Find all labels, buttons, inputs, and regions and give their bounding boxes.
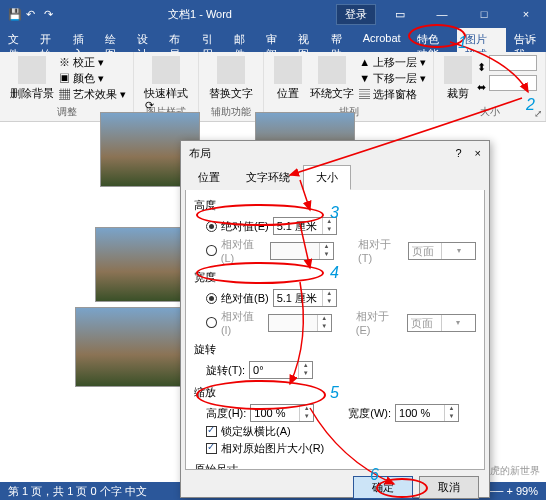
tab-design[interactable]: 设计 [129, 28, 161, 52]
status-left: 第 1 页，共 1 页 0 个字 中文 [8, 484, 147, 499]
ribbon-tabs: 文件 开始 插入 绘图 设计 布局 引用 邮件 审阅 视图 帮助 Acrobat… [0, 28, 546, 52]
dialog-tab-size[interactable]: 大小 [303, 165, 351, 190]
width-relative-input[interactable]: ▲▼ [268, 314, 332, 332]
tell-me[interactable]: 告诉我 [506, 28, 546, 52]
dialog-tab-position[interactable]: 位置 [185, 165, 233, 190]
tab-draw[interactable]: 绘图 [97, 28, 129, 52]
width-absolute-input[interactable]: ▲▼ [273, 289, 337, 307]
dialog-help-button[interactable]: ? [455, 147, 461, 159]
dialog-titlebar: 布局 ? × [181, 141, 489, 165]
redo-icon[interactable]: ↷ [44, 8, 56, 20]
close-button[interactable]: × [506, 0, 546, 28]
relative-original-checkbox[interactable] [206, 443, 217, 454]
height-absolute-radio[interactable] [206, 221, 217, 232]
scale-section-label: 缩放 [194, 385, 476, 400]
ribbon-opts-icon[interactable]: ▭ [380, 0, 420, 28]
zoom-level[interactable]: 99% [516, 485, 538, 497]
dialog-title: 布局 [189, 146, 211, 161]
quick-styles-button[interactable]: 快速样式 [140, 54, 192, 103]
artistic-fx-button[interactable]: ▦ 艺术效果 ▾ [59, 87, 126, 102]
crop-button[interactable]: 裁剪 [440, 54, 476, 103]
maximize-button[interactable]: □ [464, 0, 504, 28]
dialog-tabs: 位置 文字环绕 大小 [181, 165, 489, 190]
width-field[interactable]: ⬌ [477, 75, 537, 94]
scale-width-input[interactable]: ▲▼ [395, 404, 459, 422]
send-backward-button[interactable]: ▼ 下移一层 ▾ [359, 71, 426, 86]
width-section-label: 宽度 [194, 270, 476, 285]
dialog-close-button[interactable]: × [475, 147, 481, 159]
height-relative-radio[interactable] [206, 245, 217, 256]
position-button[interactable]: 位置 [270, 54, 306, 103]
lock-aspect-checkbox[interactable] [206, 426, 217, 437]
tab-help[interactable]: 帮助 [323, 28, 355, 52]
size-dialog-launcher[interactable]: ⤢ [534, 108, 542, 119]
color-button[interactable]: ▣ 颜色 ▾ [59, 71, 126, 86]
tab-special[interactable]: 特色功能 [409, 28, 458, 52]
height-absolute-input[interactable]: ▲▼ [273, 217, 337, 235]
save-icon[interactable]: 💾 [8, 8, 20, 20]
scale-height-input[interactable]: ▲▼ [250, 404, 314, 422]
height-relative-input[interactable]: ▲▼ [270, 242, 334, 260]
tab-mail[interactable]: 邮件 [226, 28, 258, 52]
tab-references[interactable]: 引用 [194, 28, 226, 52]
cancel-button[interactable]: 取消 [419, 476, 479, 499]
rotate-handle-icon[interactable]: ⟳ [145, 99, 155, 109]
original-size-label: 原始尺寸 [194, 462, 476, 470]
tab-review[interactable]: 审阅 [258, 28, 290, 52]
width-relative-to-select[interactable]: 页面▾ [407, 314, 476, 332]
group-adjust: 删除背景 ※ 校正 ▾ ▣ 颜色 ▾ ▦ 艺术效果 ▾ 调整 [0, 52, 134, 121]
layout-dialog: 布局 ? × 位置 文字环绕 大小 高度 绝对值(E) ▲▼ 相对值(L) ▲▼… [180, 140, 490, 498]
tab-acrobat[interactable]: Acrobat [355, 28, 409, 52]
height-field[interactable]: ⬍ [477, 55, 537, 74]
titlebar: 💾 ↶ ↷ 文档1 - Word 登录 ▭ — □ × [0, 0, 546, 28]
group-arrange: 位置 环绕文字 ▲ 上移一层 ▾ ▼ 下移一层 ▾ ▤ 选择窗格 排列 [264, 52, 434, 121]
rotate-input[interactable]: ▲▼ [249, 361, 313, 379]
rotate-section-label: 旋转 [194, 342, 476, 357]
dialog-tab-wrap[interactable]: 文字环绕 [233, 165, 303, 190]
image-4[interactable] [75, 307, 190, 387]
width-relative-radio[interactable] [206, 317, 217, 328]
login-button[interactable]: 登录 [336, 4, 376, 25]
tab-insert[interactable]: 插入 [65, 28, 97, 52]
tab-picture-format[interactable]: 图片格式 [457, 28, 506, 52]
wrap-text-button[interactable]: 环绕文字 [306, 54, 358, 103]
alt-text-button[interactable]: 替换文字 [205, 54, 257, 103]
ok-button[interactable]: 确定 [353, 476, 413, 499]
quick-access-toolbar: 💾 ↶ ↷ [0, 8, 64, 20]
group-size: 裁剪 ⬍ ⬌ 大小 [434, 52, 546, 121]
remove-bg-button[interactable]: 删除背景 [6, 54, 58, 103]
selection-pane-button[interactable]: ▤ 选择窗格 [359, 87, 426, 102]
undo-icon[interactable]: ↶ [26, 8, 38, 20]
group-styles: 快速样式 图片样式 [134, 52, 199, 121]
document-title: 文档1 - Word [64, 7, 336, 22]
corrections-button[interactable]: ※ 校正 ▾ [59, 55, 126, 70]
tab-view[interactable]: 视图 [290, 28, 322, 52]
tab-home[interactable]: 开始 [32, 28, 64, 52]
height-relative-to-select[interactable]: 页面▾ [408, 242, 476, 260]
dialog-body: 高度 绝对值(E) ▲▼ 相对值(L) ▲▼ 相对于(T) 页面▾ 宽度 绝对值… [185, 190, 485, 470]
tab-layout[interactable]: 布局 [161, 28, 193, 52]
height-section-label: 高度 [194, 198, 476, 213]
bring-forward-button[interactable]: ▲ 上移一层 ▾ [359, 55, 426, 70]
width-absolute-radio[interactable] [206, 293, 217, 304]
tab-file[interactable]: 文件 [0, 28, 32, 52]
minimize-button[interactable]: — [422, 0, 462, 28]
group-a11y: 替换文字 辅助功能 [199, 52, 264, 121]
